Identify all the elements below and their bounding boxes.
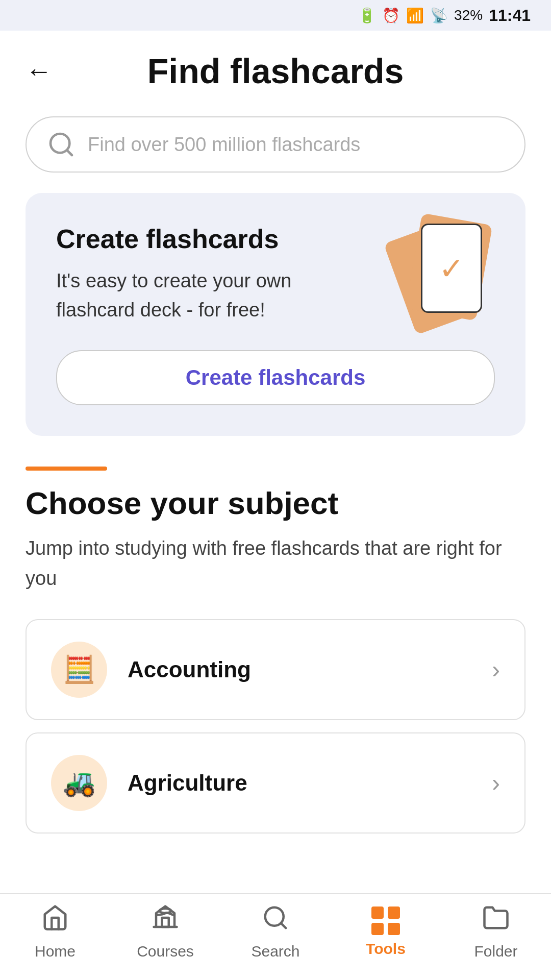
svg-rect-2 <box>162 918 169 927</box>
svg-line-5 <box>281 923 286 928</box>
home-icon <box>41 904 69 938</box>
courses-label: Courses <box>137 943 194 960</box>
tools-label: Tools <box>366 940 406 958</box>
status-time: 11:41 <box>489 6 531 25</box>
nav-item-folder[interactable]: Folder <box>455 904 537 960</box>
back-button[interactable]: ← <box>26 56 52 86</box>
alarm-icon: ⏰ <box>382 7 400 24</box>
create-flashcards-button[interactable]: Create flashcards <box>56 350 495 405</box>
signal-icon: 📡 <box>430 7 448 24</box>
flashcard-illustration: ✓ <box>388 213 500 326</box>
agriculture-icon: 🚜 <box>63 767 96 798</box>
status-bar: 🔋 ⏰ 📶 📡 32% 11:41 <box>0 0 551 31</box>
bottom-nav: Home Courses Search <box>0 893 551 980</box>
agriculture-label: Agriculture <box>128 770 471 796</box>
page-title: Find flashcards <box>147 51 404 91</box>
svg-line-1 <box>67 150 72 155</box>
status-icons: 🔋 ⏰ 📶 📡 32% 11:41 <box>358 6 531 25</box>
battery-percent: 32% <box>454 7 483 23</box>
accounting-chevron: › <box>492 655 500 683</box>
subject-section: Choose your subject Jump into studying w… <box>0 436 551 834</box>
accounting-label: Accounting <box>128 657 471 682</box>
subject-item-accounting[interactable]: 🧮 Accounting › <box>26 619 525 720</box>
agriculture-chevron: › <box>492 769 500 797</box>
header: ← Find flashcards <box>0 31 551 101</box>
subject-section-description: Jump into studying with free flashcards … <box>26 533 525 594</box>
check-icon: ✓ <box>439 251 464 286</box>
search-input-placeholder: Find over 500 million flashcards <box>88 134 360 156</box>
search-nav-icon <box>262 904 289 938</box>
nav-item-tools[interactable]: Tools <box>345 906 427 958</box>
create-card-description: It's easy to create your own flashcard d… <box>56 266 319 325</box>
subject-item-agriculture[interactable]: 🚜 Agriculture › <box>26 732 525 834</box>
courses-icon <box>152 904 179 938</box>
battery-icon: 🔋 <box>358 7 376 24</box>
accounting-icon: 🧮 <box>63 654 96 685</box>
card-front: ✓ <box>421 224 482 313</box>
search-nav-label: Search <box>251 943 299 960</box>
subject-section-title: Choose your subject <box>26 485 525 521</box>
home-label: Home <box>35 943 76 960</box>
tools-icon <box>371 906 400 935</box>
nav-item-home[interactable]: Home <box>14 904 96 960</box>
orange-accent-line <box>26 467 107 471</box>
accounting-icon-wrap: 🧮 <box>51 642 107 698</box>
subject-list: 🧮 Accounting › 🚜 Agriculture › <box>26 619 525 834</box>
folder-label: Folder <box>474 943 517 960</box>
nav-item-courses[interactable]: Courses <box>124 904 206 960</box>
search-container: Find over 500 million flashcards <box>0 101 551 193</box>
nav-item-search[interactable]: Search <box>235 904 316 960</box>
search-icon <box>47 130 76 159</box>
wifi-icon: 📶 <box>406 7 424 24</box>
agriculture-icon-wrap: 🚜 <box>51 755 107 811</box>
search-bar[interactable]: Find over 500 million flashcards <box>26 116 525 173</box>
folder-icon <box>482 904 510 938</box>
create-flashcards-card: ✓ Create flashcards It's easy to create … <box>26 193 525 436</box>
